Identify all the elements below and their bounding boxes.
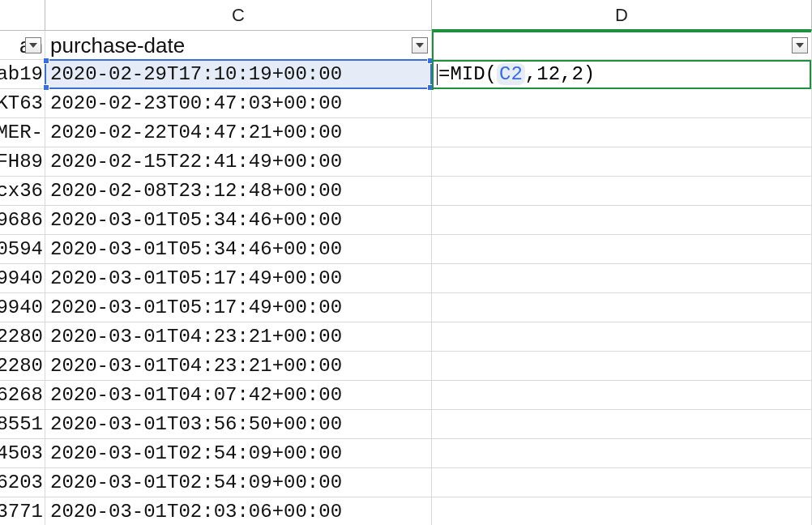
cell-c2[interactable]: 2020-02-29T17:10:19+00:00	[45, 60, 432, 89]
formula-sep: ,	[525, 63, 536, 85]
cell-c17[interactable]: 2020-03-01T02:03:06+00:00	[45, 497, 432, 525]
cell-c5[interactable]: 2020-02-15T22:41:49+00:00	[45, 147, 432, 177]
text-cursor-icon	[437, 64, 438, 85]
cell-d1[interactable]	[432, 31, 812, 60]
cell-b6-text: cx36	[0, 177, 43, 206]
cell-c14[interactable]: 2020-03-01T03:56:50+00:00	[45, 410, 432, 439]
cell-b12[interactable]: 2280	[0, 352, 45, 381]
col-header-b[interactable]	[0, 0, 45, 31]
cell-d11[interactable]	[432, 322, 812, 352]
cell-b2-text: ab19	[0, 60, 43, 89]
cell-b14-text: 8551	[0, 410, 43, 439]
cell-b11[interactable]: 2280	[0, 322, 45, 352]
cell-b3[interactable]: KT63	[0, 89, 45, 118]
cell-d5[interactable]	[432, 147, 812, 177]
cell-c4[interactable]: 2020-02-22T04:47:21+00:00	[45, 118, 432, 147]
cell-d9[interactable]	[432, 264, 812, 293]
cell-b13-text: 6268	[0, 381, 43, 410]
cell-b5[interactable]: FH89	[0, 147, 45, 177]
cell-c8[interactable]: 2020-03-01T05:34:46+00:00	[45, 235, 432, 264]
cell-b2[interactable]: ab19	[0, 60, 45, 89]
cell-c13[interactable]: 2020-03-01T04:07:42+00:00	[45, 381, 432, 410]
cell-d7[interactable]	[432, 206, 812, 235]
formula-ref-token: C2	[497, 63, 525, 85]
cell-b10-text: 9940	[0, 293, 43, 322]
cell-c9[interactable]: 2020-03-01T05:17:49+00:00	[45, 264, 432, 293]
cell-b7[interactable]: 9686	[0, 206, 45, 235]
cell-b9-text: 9940	[0, 264, 43, 293]
cell-c10[interactable]: 2020-03-01T05:17:49+00:00	[45, 293, 432, 322]
formula-prefix: =MID(	[438, 63, 497, 85]
cell-c16[interactable]: 2020-03-01T02:54:09+00:00	[45, 468, 432, 497]
formula-arg: 12	[536, 63, 560, 85]
cell-d8[interactable]	[432, 235, 812, 264]
cell-d14[interactable]	[432, 410, 812, 439]
formula-sep: ,	[560, 63, 571, 85]
cell-c1[interactable]: purchase-date	[45, 31, 432, 60]
col-header-c[interactable]: C	[45, 0, 432, 31]
cell-c12[interactable]: 2020-03-01T04:23:21+00:00	[45, 352, 432, 381]
cell-b8-text: 0594	[0, 235, 43, 264]
cell-d13[interactable]	[432, 381, 812, 410]
cell-c3[interactable]: 2020-02-23T00:47:03+00:00	[45, 89, 432, 118]
cell-c7[interactable]: 2020-03-01T05:34:46+00:00	[45, 206, 432, 235]
cell-b1[interactable]: an	[0, 31, 45, 60]
cell-b14[interactable]: 8551	[0, 410, 45, 439]
cell-b15[interactable]: 4503	[0, 439, 45, 468]
cell-b15-text: 4503	[0, 439, 43, 468]
cell-c1-text: purchase-date	[50, 33, 185, 58]
cell-b9[interactable]: 9940	[0, 264, 45, 293]
cell-d17[interactable]	[432, 497, 812, 525]
cell-b16[interactable]: 6203	[0, 468, 45, 497]
cell-b6[interactable]: cx36	[0, 177, 45, 206]
cell-b10[interactable]: 9940	[0, 293, 45, 322]
col-header-d[interactable]: D	[432, 0, 812, 31]
cell-d3[interactable]	[432, 89, 812, 118]
filter-dropdown-icon[interactable]	[412, 37, 428, 53]
cell-b11-text: 2280	[0, 322, 43, 352]
cell-d6[interactable]	[432, 177, 812, 206]
cell-b17-text: 3771	[0, 497, 43, 525]
cell-c11[interactable]: 2020-03-01T04:23:21+00:00	[45, 322, 432, 352]
cell-b7-text: 9686	[0, 206, 43, 235]
cell-b5-text: FH89	[0, 147, 43, 177]
filter-dropdown-icon[interactable]	[25, 37, 41, 53]
cell-d4[interactable]	[432, 118, 812, 147]
cell-d16[interactable]	[432, 468, 812, 497]
cell-b12-text: 2280	[0, 352, 43, 381]
formula-arg: 2	[571, 63, 583, 85]
cell-b4-text: MER-	[0, 118, 43, 147]
cell-b4[interactable]: MER-	[0, 118, 45, 147]
cell-c15[interactable]: 2020-03-01T02:54:09+00:00	[45, 439, 432, 468]
cell-b8[interactable]: 0594	[0, 235, 45, 264]
cell-b17[interactable]: 3771	[0, 497, 45, 525]
cell-d2-editing[interactable]: =MID(C2,12,2)	[432, 60, 811, 89]
cell-d10[interactable]	[432, 293, 812, 322]
cell-d12[interactable]	[432, 352, 812, 381]
filter-dropdown-icon[interactable]	[792, 37, 808, 53]
cell-d15[interactable]	[432, 439, 812, 468]
cell-b16-text: 6203	[0, 468, 43, 497]
formula-suffix: )	[583, 63, 595, 85]
cell-c6[interactable]: 2020-02-08T23:12:48+00:00	[45, 177, 432, 206]
cell-b13[interactable]: 6268	[0, 381, 45, 410]
cell-b3-text: KT63	[0, 89, 43, 118]
